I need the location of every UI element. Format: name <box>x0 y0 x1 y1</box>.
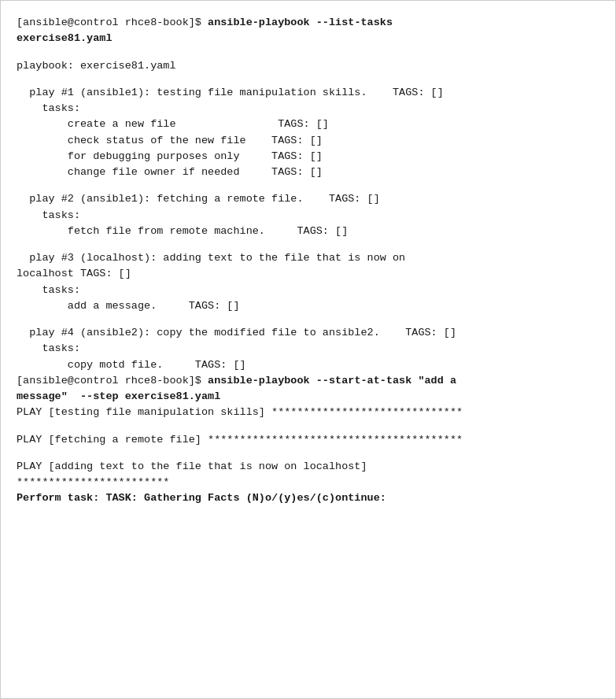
command-text: ansible-playbook --list-tasks <box>208 17 393 28</box>
spacer6 <box>17 421 599 432</box>
terminal-line-task3a: add a message. TAGS: [] <box>17 298 599 314</box>
terminal-line-tasks2: tasks: <box>17 208 599 224</box>
terminal-line-task4a: copy motd file. TAGS: [] <box>17 357 599 373</box>
terminal-line-task1a: create a new file TAGS: [] <box>17 116 599 132</box>
terminal-line-tasks4: tasks: <box>17 341 599 357</box>
terminal-line-cmd2a: [ansible@control rhce8-book]$ ansible-pl… <box>17 373 599 389</box>
terminal-line-cmd1: [ansible@control rhce8-book]$ ansible-pl… <box>17 15 599 31</box>
command2-text: ansible-playbook --start-at-task "add a <box>208 375 456 386</box>
command2-continued: message" --step exercise81.yaml <box>17 390 220 402</box>
spacer3 <box>17 180 599 191</box>
terminal-line-task1c: for debugging purposes only TAGS: [] <box>17 149 599 165</box>
prompt-text: [ansible@control rhce8-book]$ <box>17 17 208 28</box>
spacer2 <box>17 74 599 85</box>
terminal-line-playout3a: PLAY [adding text to the file that is no… <box>17 459 599 475</box>
spacer5 <box>17 314 599 325</box>
spacer4 <box>17 239 599 250</box>
terminal-line-tasks1: tasks: <box>17 101 599 116</box>
terminal-line-perform: Perform task: TASK: Gathering Facts (N)o… <box>17 490 599 506</box>
terminal-line-cmd1b: exercise81.yaml <box>17 31 599 46</box>
spacer7 <box>17 448 599 459</box>
terminal-line-playout3b: ************************ <box>17 475 599 490</box>
terminal-line-play1: play #1 (ansible1): testing file manipul… <box>17 85 599 101</box>
terminal-line-play2: play #2 (ansible1): fetching a remote fi… <box>17 191 599 207</box>
terminal-line-playbook: playbook: exercise81.yaml <box>17 58 599 74</box>
terminal-window: [ansible@control rhce8-book]$ ansible-pl… <box>0 0 616 699</box>
playbook-label: playbook: exercise81.yaml <box>17 60 176 72</box>
perform-task-text: Perform task: TASK: Gathering Facts (N)o… <box>17 492 386 504</box>
terminal-line-play3b: localhost TAGS: [] <box>17 266 599 282</box>
command-continued: exercise81.yaml <box>17 32 113 44</box>
terminal-line-play3a: play #3 (localhost): adding text to the … <box>17 250 599 266</box>
spacer <box>17 47 599 58</box>
terminal-line-task1d: change file owner if needed TAGS: [] <box>17 165 599 180</box>
terminal-line-playout1: PLAY [testing file manipulation skills] … <box>17 405 599 420</box>
terminal-line-task1b: check status of the new file TAGS: [] <box>17 133 599 149</box>
terminal-line-playout2: PLAY [fetching a remote file] **********… <box>17 432 599 448</box>
terminal-line-cmd2b: message" --step exercise81.yaml <box>17 389 599 405</box>
prompt-text2: [ansible@control rhce8-book]$ <box>17 375 208 386</box>
terminal-line-task2a: fetch file from remote machine. TAGS: [] <box>17 224 599 239</box>
terminal-line-tasks3: tasks: <box>17 283 599 298</box>
terminal-line-play4: play #4 (ansible2): copy the modified fi… <box>17 325 599 341</box>
